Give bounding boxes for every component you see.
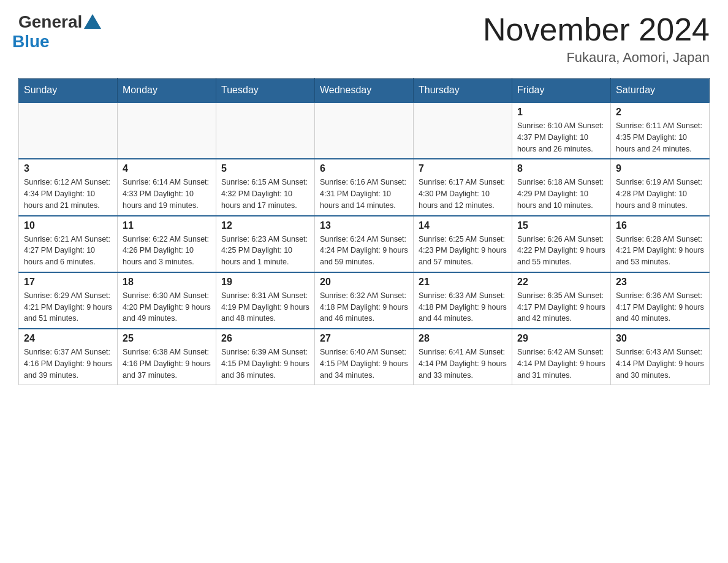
calendar-cell: 6Sunrise: 6:16 AM Sunset: 4:31 PM Daylig… bbox=[315, 159, 414, 215]
calendar-cell: 25Sunrise: 6:38 AM Sunset: 4:16 PM Dayli… bbox=[118, 329, 216, 385]
calendar-cell bbox=[315, 102, 414, 159]
calendar-cell: 19Sunrise: 6:31 AM Sunset: 4:19 PM Dayli… bbox=[216, 272, 315, 329]
calendar-title: November 2024 bbox=[483, 12, 710, 47]
day-info: Sunrise: 6:37 AM Sunset: 4:16 PM Dayligh… bbox=[24, 347, 112, 381]
calendar-cell: 8Sunrise: 6:18 AM Sunset: 4:29 PM Daylig… bbox=[512, 159, 611, 215]
calendar-body: 1Sunrise: 6:10 AM Sunset: 4:37 PM Daylig… bbox=[19, 102, 710, 385]
day-info: Sunrise: 6:38 AM Sunset: 4:16 PM Dayligh… bbox=[123, 347, 211, 381]
calendar-cell: 5Sunrise: 6:15 AM Sunset: 4:32 PM Daylig… bbox=[216, 159, 315, 215]
day-info: Sunrise: 6:12 AM Sunset: 4:34 PM Dayligh… bbox=[24, 177, 112, 211]
day-info: Sunrise: 6:36 AM Sunset: 4:17 PM Dayligh… bbox=[616, 290, 704, 324]
calendar-cell: 2Sunrise: 6:11 AM Sunset: 4:35 PM Daylig… bbox=[611, 102, 710, 159]
day-number: 20 bbox=[320, 277, 408, 288]
weekday-header-friday: Friday bbox=[512, 79, 611, 103]
calendar-week-1: 1Sunrise: 6:10 AM Sunset: 4:37 PM Daylig… bbox=[19, 102, 710, 159]
day-number: 24 bbox=[24, 333, 112, 344]
day-number: 13 bbox=[320, 220, 408, 231]
calendar-week-3: 10Sunrise: 6:21 AM Sunset: 4:27 PM Dayli… bbox=[19, 216, 710, 272]
calendar-header: SundayMondayTuesdayWednesdayThursdayFrid… bbox=[19, 79, 710, 103]
weekday-header-tuesday: Tuesday bbox=[216, 79, 315, 103]
weekday-header-row: SundayMondayTuesdayWednesdayThursdayFrid… bbox=[19, 79, 710, 103]
weekday-header-wednesday: Wednesday bbox=[315, 79, 414, 103]
day-number: 6 bbox=[320, 163, 408, 174]
calendar-cell: 14Sunrise: 6:25 AM Sunset: 4:23 PM Dayli… bbox=[414, 216, 512, 272]
calendar-cell: 10Sunrise: 6:21 AM Sunset: 4:27 PM Dayli… bbox=[19, 216, 118, 272]
day-info: Sunrise: 6:23 AM Sunset: 4:25 PM Dayligh… bbox=[221, 234, 309, 268]
calendar-cell: 11Sunrise: 6:22 AM Sunset: 4:26 PM Dayli… bbox=[118, 216, 216, 272]
day-number: 10 bbox=[24, 220, 112, 231]
day-info: Sunrise: 6:43 AM Sunset: 4:14 PM Dayligh… bbox=[616, 347, 704, 381]
title-area: November 2024 Fukaura, Aomori, Japan bbox=[483, 12, 710, 66]
day-number: 3 bbox=[24, 163, 112, 174]
day-info: Sunrise: 6:40 AM Sunset: 4:15 PM Dayligh… bbox=[320, 347, 408, 381]
day-number: 19 bbox=[221, 277, 309, 288]
day-info: Sunrise: 6:29 AM Sunset: 4:21 PM Dayligh… bbox=[24, 290, 112, 324]
calendar-cell: 21Sunrise: 6:33 AM Sunset: 4:18 PM Dayli… bbox=[414, 272, 512, 329]
logo-blue-label: Blue bbox=[12, 32, 50, 52]
day-info: Sunrise: 6:21 AM Sunset: 4:27 PM Dayligh… bbox=[24, 234, 112, 268]
calendar-cell: 17Sunrise: 6:29 AM Sunset: 4:21 PM Dayli… bbox=[19, 272, 118, 329]
day-number: 27 bbox=[320, 333, 408, 344]
calendar-cell bbox=[19, 102, 118, 159]
day-info: Sunrise: 6:10 AM Sunset: 4:37 PM Dayligh… bbox=[517, 120, 605, 155]
calendar-cell: 1Sunrise: 6:10 AM Sunset: 4:37 PM Daylig… bbox=[512, 102, 611, 159]
day-info: Sunrise: 6:32 AM Sunset: 4:18 PM Dayligh… bbox=[320, 290, 408, 324]
day-number: 28 bbox=[419, 333, 507, 344]
day-number: 1 bbox=[517, 107, 605, 118]
day-info: Sunrise: 6:22 AM Sunset: 4:26 PM Dayligh… bbox=[123, 234, 211, 268]
day-number: 14 bbox=[419, 220, 507, 231]
calendar-cell: 4Sunrise: 6:14 AM Sunset: 4:33 PM Daylig… bbox=[118, 159, 216, 215]
day-number: 4 bbox=[123, 163, 211, 174]
day-number: 18 bbox=[123, 277, 211, 288]
day-info: Sunrise: 6:14 AM Sunset: 4:33 PM Dayligh… bbox=[123, 177, 211, 211]
calendar-cell: 13Sunrise: 6:24 AM Sunset: 4:24 PM Dayli… bbox=[315, 216, 414, 272]
logo-triangle-icon bbox=[84, 14, 101, 29]
day-number: 11 bbox=[123, 220, 211, 231]
calendar-cell: 27Sunrise: 6:40 AM Sunset: 4:15 PM Dayli… bbox=[315, 329, 414, 385]
calendar-table: SundayMondayTuesdayWednesdayThursdayFrid… bbox=[18, 78, 710, 385]
weekday-header-sunday: Sunday bbox=[19, 79, 118, 103]
day-number: 9 bbox=[616, 163, 704, 174]
day-number: 29 bbox=[517, 333, 605, 344]
day-number: 30 bbox=[616, 333, 704, 344]
day-info: Sunrise: 6:33 AM Sunset: 4:18 PM Dayligh… bbox=[419, 290, 507, 324]
day-number: 8 bbox=[517, 163, 605, 174]
day-info: Sunrise: 6:11 AM Sunset: 4:35 PM Dayligh… bbox=[616, 120, 704, 155]
day-number: 16 bbox=[616, 220, 704, 231]
calendar-cell: 26Sunrise: 6:39 AM Sunset: 4:15 PM Dayli… bbox=[216, 329, 315, 385]
calendar-cell bbox=[118, 102, 216, 159]
calendar-cell: 18Sunrise: 6:30 AM Sunset: 4:20 PM Dayli… bbox=[118, 272, 216, 329]
day-number: 21 bbox=[419, 277, 507, 288]
calendar-subtitle: Fukaura, Aomori, Japan bbox=[483, 50, 710, 66]
day-number: 5 bbox=[221, 163, 309, 174]
weekday-header-monday: Monday bbox=[118, 79, 216, 103]
calendar-week-4: 17Sunrise: 6:29 AM Sunset: 4:21 PM Dayli… bbox=[19, 272, 710, 329]
calendar-week-2: 3Sunrise: 6:12 AM Sunset: 4:34 PM Daylig… bbox=[19, 159, 710, 215]
calendar-cell: 20Sunrise: 6:32 AM Sunset: 4:18 PM Dayli… bbox=[315, 272, 414, 329]
day-number: 15 bbox=[517, 220, 605, 231]
day-info: Sunrise: 6:41 AM Sunset: 4:14 PM Dayligh… bbox=[419, 347, 507, 381]
calendar-cell: 30Sunrise: 6:43 AM Sunset: 4:14 PM Dayli… bbox=[611, 329, 710, 385]
day-info: Sunrise: 6:19 AM Sunset: 4:28 PM Dayligh… bbox=[616, 177, 704, 211]
calendar-cell: 24Sunrise: 6:37 AM Sunset: 4:16 PM Dayli… bbox=[19, 329, 118, 385]
calendar-cell: 3Sunrise: 6:12 AM Sunset: 4:34 PM Daylig… bbox=[19, 159, 118, 215]
day-number: 7 bbox=[419, 163, 507, 174]
day-info: Sunrise: 6:24 AM Sunset: 4:24 PM Dayligh… bbox=[320, 234, 408, 268]
day-info: Sunrise: 6:42 AM Sunset: 4:14 PM Dayligh… bbox=[517, 347, 605, 381]
day-info: Sunrise: 6:30 AM Sunset: 4:20 PM Dayligh… bbox=[123, 290, 211, 324]
calendar-cell: 16Sunrise: 6:28 AM Sunset: 4:21 PM Dayli… bbox=[611, 216, 710, 272]
day-info: Sunrise: 6:39 AM Sunset: 4:15 PM Dayligh… bbox=[221, 347, 309, 381]
day-info: Sunrise: 6:28 AM Sunset: 4:21 PM Dayligh… bbox=[616, 234, 704, 268]
day-number: 23 bbox=[616, 277, 704, 288]
calendar-cell: 28Sunrise: 6:41 AM Sunset: 4:14 PM Dayli… bbox=[414, 329, 512, 385]
logo-general-text: General bbox=[18, 12, 101, 32]
day-info: Sunrise: 6:31 AM Sunset: 4:19 PM Dayligh… bbox=[221, 290, 309, 324]
day-info: Sunrise: 6:17 AM Sunset: 4:30 PM Dayligh… bbox=[419, 177, 507, 211]
day-number: 26 bbox=[221, 333, 309, 344]
calendar-cell: 7Sunrise: 6:17 AM Sunset: 4:30 PM Daylig… bbox=[414, 159, 512, 215]
day-number: 17 bbox=[24, 277, 112, 288]
weekday-header-thursday: Thursday bbox=[414, 79, 512, 103]
calendar-cell: 22Sunrise: 6:35 AM Sunset: 4:17 PM Dayli… bbox=[512, 272, 611, 329]
day-info: Sunrise: 6:25 AM Sunset: 4:23 PM Dayligh… bbox=[419, 234, 507, 268]
calendar-cell: 9Sunrise: 6:19 AM Sunset: 4:28 PM Daylig… bbox=[611, 159, 710, 215]
